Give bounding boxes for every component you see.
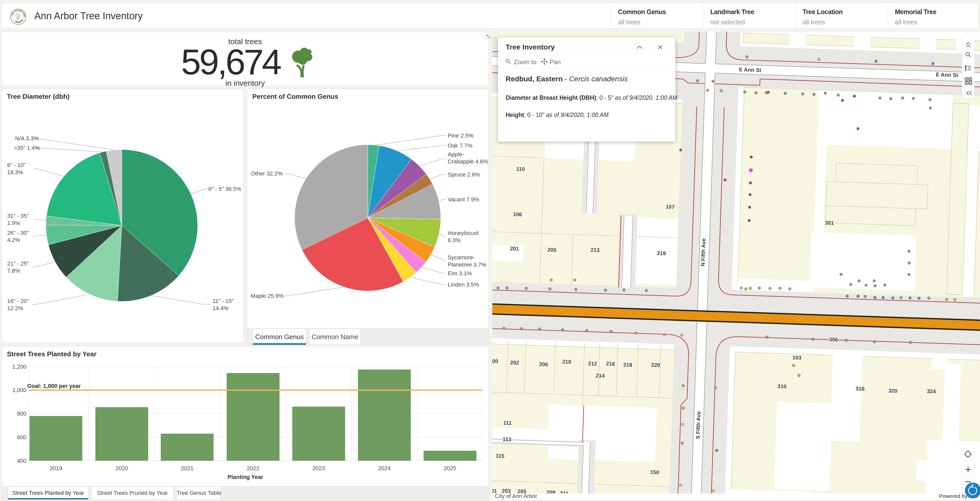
svg-text:210: 210	[562, 359, 571, 365]
svg-text:301: 301	[825, 220, 834, 226]
svg-text:106: 106	[513, 211, 522, 217]
svg-text:310: 310	[778, 383, 787, 389]
svg-text:219: 219	[657, 250, 666, 256]
svg-text:Pine 2.5%: Pine 2.5%	[448, 132, 473, 139]
svg-text:Honeylocust: Honeylocust	[448, 230, 479, 236]
svg-text:216: 216	[606, 361, 615, 367]
svg-text:Crabapple 4.6%: Crabapple 4.6%	[448, 158, 488, 165]
svg-text:115: 115	[496, 453, 504, 459]
svg-text:306: 306	[829, 336, 838, 343]
svg-text:Other 32.2%: Other 32.2%	[251, 170, 283, 177]
svg-text:N Fifth Ave: N Fifth Ave	[700, 238, 707, 266]
svg-text:>35" 1.4%: >35" 1.4%	[14, 145, 40, 151]
svg-text:202: 202	[510, 359, 519, 365]
svg-text:2019: 2019	[50, 465, 62, 472]
svg-text:205: 205	[547, 247, 557, 253]
svg-text:800: 800	[17, 410, 26, 417]
svg-text:Elm 3.1%: Elm 3.1%	[448, 270, 472, 276]
svg-text:600: 600	[17, 434, 26, 440]
svg-text:Spruce 2.6%: Spruce 2.6%	[448, 171, 480, 178]
svg-text:4.2%: 4.2%	[7, 237, 20, 243]
svg-text:2021: 2021	[181, 465, 194, 472]
svg-text:1,000: 1,000	[12, 387, 26, 393]
svg-text:110: 110	[516, 166, 525, 172]
svg-text:1,200: 1,200	[12, 364, 26, 370]
svg-text:213: 213	[590, 247, 600, 253]
svg-text:2020: 2020	[116, 465, 128, 472]
svg-text:16" - 20": 16" - 20"	[7, 298, 29, 304]
svg-text:200: 200	[492, 358, 498, 364]
svg-text:Apple-: Apple-	[448, 151, 464, 158]
svg-text:S Fifth Ave: S Fifth Ave	[695, 411, 702, 439]
svg-text:150: 150	[650, 469, 659, 475]
svg-text:1.9%: 1.9%	[7, 220, 20, 226]
svg-text:212: 212	[588, 361, 597, 367]
svg-text:214: 214	[596, 372, 605, 379]
svg-text:Goal: 1,000 per year: Goal: 1,000 per year	[27, 383, 81, 389]
svg-text:6.3%: 6.3%	[448, 237, 460, 243]
svg-text:218: 218	[623, 362, 632, 368]
svg-text:21" - 25": 21" - 25"	[7, 260, 29, 267]
svg-text:2024: 2024	[378, 465, 391, 472]
svg-text:Linden 3.5%: Linden 3.5%	[448, 281, 479, 288]
svg-text:103: 103	[792, 354, 802, 361]
svg-text:12.2%: 12.2%	[7, 305, 23, 311]
svg-text:18.3%: 18.3%	[7, 169, 23, 176]
svg-text:111: 111	[503, 420, 512, 426]
svg-text:Planting Year: Planting Year	[228, 474, 263, 480]
svg-text:N/A 3.3%: N/A 3.3%	[15, 135, 39, 142]
svg-text:2025: 2025	[444, 465, 457, 472]
svg-text:E Ann St: E Ann St	[935, 71, 958, 78]
svg-text:Maple 25.9%: Maple 25.9%	[251, 293, 283, 299]
svg-text:113: 113	[503, 436, 512, 442]
svg-text:E Ann St: E Ann St	[739, 67, 761, 73]
svg-text:26" - 30": 26" - 30"	[7, 230, 29, 236]
svg-text:31" - 35": 31" - 35"	[7, 213, 29, 219]
svg-text:400: 400	[17, 458, 26, 464]
svg-text:City of Ann Arbor: City of Ann Arbor	[495, 493, 537, 499]
svg-text:Sycamore-: Sycamore-	[448, 254, 475, 261]
svg-text:14.4%: 14.4%	[213, 305, 229, 311]
svg-text:11" - 15": 11" - 15"	[213, 298, 234, 304]
svg-text:201: 201	[510, 246, 519, 252]
svg-text:Oak 7.7%: Oak 7.7%	[448, 142, 473, 149]
svg-text:324: 324	[927, 388, 936, 394]
svg-text:0" - 5" 36.5%: 0" - 5" 36.5%	[208, 186, 241, 192]
svg-text:107: 107	[666, 204, 675, 210]
svg-text:220: 220	[651, 362, 660, 368]
svg-text:2023: 2023	[313, 465, 325, 472]
svg-text:7.8%: 7.8%	[7, 268, 20, 274]
svg-text:320: 320	[888, 388, 897, 394]
svg-text:2022: 2022	[247, 465, 259, 472]
svg-text:206: 206	[539, 361, 548, 367]
svg-text:316: 316	[855, 386, 865, 392]
svg-text:Planetree 3.7%: Planetree 3.7%	[448, 262, 486, 268]
svg-text:Vacant 7.9%: Vacant 7.9%	[448, 196, 479, 203]
svg-text:6" - 10": 6" - 10"	[7, 162, 25, 168]
